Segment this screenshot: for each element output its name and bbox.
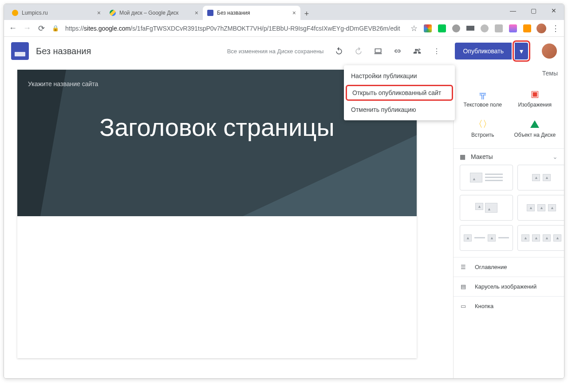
insert-label: Встроить bbox=[460, 132, 506, 138]
insert-embed[interactable]: 〈〉 Встроить bbox=[458, 114, 508, 142]
header-actions: ⋮ bbox=[334, 46, 442, 56]
extension-icon[interactable] bbox=[452, 24, 460, 32]
undo-button[interactable] bbox=[334, 46, 344, 56]
row-label: Карусель изображений bbox=[475, 283, 536, 290]
favicon-drive bbox=[110, 10, 116, 16]
button-icon: ▭ bbox=[461, 303, 469, 309]
sidebar-tabs: Темы bbox=[454, 65, 564, 81]
right-sidebar: Темы ╦ Текстовое поле ▣ Изображения 〈〉 В… bbox=[453, 65, 564, 378]
extension-icon[interactable] bbox=[523, 24, 531, 32]
insert-drive[interactable]: Объект на Диске bbox=[510, 114, 560, 142]
window-controls: — ▢ ✕ bbox=[503, 4, 564, 17]
tab-label: Lumpics.ru bbox=[22, 10, 48, 16]
sites-logo-icon[interactable] bbox=[11, 42, 29, 60]
menu-item-publish-settings[interactable]: Настройки публикации bbox=[344, 68, 455, 84]
tab-drive[interactable]: Мой диск – Google Диск × bbox=[105, 6, 203, 20]
close-icon[interactable]: × bbox=[97, 9, 101, 16]
titlebar: Lumpics.ru × Мой диск – Google Диск × Бе… bbox=[4, 4, 564, 20]
app-header: Без названия Все изменения на Диске сохр… bbox=[4, 37, 564, 65]
toc-icon: ☰ bbox=[461, 264, 469, 270]
menu-item-open-published[interactable]: Открыть опубликованный сайт bbox=[346, 85, 453, 101]
close-button[interactable]: ✕ bbox=[544, 4, 564, 17]
star-icon[interactable]: ☆ bbox=[410, 24, 418, 33]
extension-icon[interactable] bbox=[495, 24, 503, 32]
save-status: Все изменения на Диске сохранены bbox=[227, 48, 324, 55]
row-label: Оглавление bbox=[475, 264, 507, 270]
layouts-label: Макеты bbox=[471, 153, 493, 160]
extension-icon[interactable] bbox=[424, 24, 432, 32]
publish-dropdown-button[interactable]: ▾ bbox=[515, 43, 528, 59]
insert-carousel[interactable]: ▤ Карусель изображений bbox=[454, 277, 564, 296]
layouts-header[interactable]: ▦ Макеты ⌄ bbox=[454, 148, 564, 165]
layout-option[interactable] bbox=[517, 165, 564, 190]
favicon-lumpics bbox=[12, 10, 18, 16]
address-bar: ← → ⟳ 🔒 https://sites.google.com/s/1faFg… bbox=[4, 20, 564, 37]
extension-icon[interactable] bbox=[466, 24, 474, 32]
insert-label: Изображения bbox=[512, 102, 558, 108]
account-avatar[interactable] bbox=[542, 44, 557, 59]
layouts-icon: ▦ bbox=[460, 153, 465, 160]
layout-option[interactable] bbox=[517, 225, 564, 251]
layout-option[interactable] bbox=[460, 165, 513, 190]
image-icon: ▣ bbox=[512, 87, 558, 100]
insert-label: Текстовое поле bbox=[460, 102, 506, 108]
chrome-menu-button[interactable]: ⋮ bbox=[552, 24, 560, 33]
extension-icon[interactable] bbox=[481, 24, 489, 32]
publish-group: Опубликовать ▾ bbox=[455, 40, 530, 62]
insert-label: Объект на Диске bbox=[512, 132, 558, 138]
close-icon[interactable]: × bbox=[292, 9, 296, 16]
browser-window: Lumpics.ru × Мой диск – Google Диск × Бе… bbox=[4, 4, 564, 379]
menu-item-unpublish[interactable]: Отменить публикацию bbox=[344, 102, 455, 118]
document-title[interactable]: Без названия bbox=[36, 46, 91, 56]
close-icon[interactable]: × bbox=[195, 9, 198, 16]
drive-icon bbox=[512, 118, 558, 130]
preview-button[interactable] bbox=[373, 46, 383, 56]
insert-grid: ╦ Текстовое поле ▣ Изображения 〈〉 Встрои… bbox=[454, 81, 564, 148]
back-button[interactable]: ← bbox=[8, 24, 17, 33]
tab-label: Мой диск – Google Диск bbox=[119, 10, 178, 16]
reload-button[interactable]: ⟳ bbox=[37, 24, 46, 33]
lock-icon: 🔒 bbox=[51, 24, 60, 33]
embed-icon: 〈〉 bbox=[460, 118, 506, 130]
layout-option[interactable] bbox=[517, 195, 564, 221]
url-path: /s/1faFgTWSXDCvR391tspP0v7hZMBOKT7VH/p/1… bbox=[130, 25, 400, 32]
tab-themes[interactable]: Темы bbox=[542, 70, 558, 77]
profile-avatar[interactable] bbox=[536, 24, 546, 33]
chevron-icon: ⌄ bbox=[552, 153, 558, 160]
url-protocol: https:// bbox=[65, 25, 84, 32]
favicon-sites bbox=[207, 10, 213, 16]
url-field[interactable]: https://sites.google.com/s/1faFgTWSXDCvR… bbox=[65, 25, 404, 32]
link-button[interactable] bbox=[393, 46, 402, 56]
insert-toc[interactable]: ☰ Оглавление bbox=[454, 257, 564, 277]
extension-icon[interactable] bbox=[509, 24, 517, 32]
publish-button[interactable]: Опубликовать bbox=[455, 43, 512, 59]
layout-option[interactable] bbox=[460, 225, 513, 251]
publish-dropdown-menu: Настройки публикации Открыть опубликован… bbox=[344, 65, 455, 120]
more-button[interactable]: ⋮ bbox=[432, 46, 442, 56]
minimize-button[interactable]: — bbox=[503, 4, 523, 17]
insert-images[interactable]: ▣ Изображения bbox=[510, 84, 560, 111]
extension-icon[interactable] bbox=[438, 24, 446, 32]
app-frame: Без названия Все изменения на Диске сохр… bbox=[4, 37, 564, 378]
redo-button[interactable] bbox=[354, 46, 363, 56]
maximize-button[interactable]: ▢ bbox=[523, 4, 544, 17]
new-tab-button[interactable]: + bbox=[300, 8, 313, 20]
insert-textbox[interactable]: ╦ Текстовое поле bbox=[458, 84, 508, 111]
share-button[interactable] bbox=[412, 46, 422, 56]
insert-button[interactable]: ▭ Кнопка bbox=[454, 296, 564, 316]
site-name-placeholder[interactable]: Укажите название сайта bbox=[28, 80, 98, 87]
textbox-icon: ╦ bbox=[460, 87, 506, 100]
row-label: Кнопка bbox=[475, 303, 493, 309]
tab-label: Без названия bbox=[217, 10, 250, 16]
forward-button[interactable]: → bbox=[23, 24, 32, 33]
carousel-icon: ▤ bbox=[461, 283, 469, 290]
app-body: Укажите название сайта Заголовок страниц… bbox=[4, 65, 564, 378]
tab-sites[interactable]: Без названия × bbox=[203, 6, 300, 20]
layouts-grid bbox=[454, 165, 564, 257]
extensions bbox=[424, 24, 531, 32]
tab-strip: Lumpics.ru × Мой диск – Google Диск × Бе… bbox=[8, 5, 313, 20]
tab-lumpics[interactable]: Lumpics.ru × bbox=[8, 6, 105, 20]
url-host: sites.google.com bbox=[84, 25, 130, 32]
publish-dropdown-highlight: ▾ bbox=[513, 40, 530, 62]
layout-option[interactable] bbox=[460, 195, 513, 221]
